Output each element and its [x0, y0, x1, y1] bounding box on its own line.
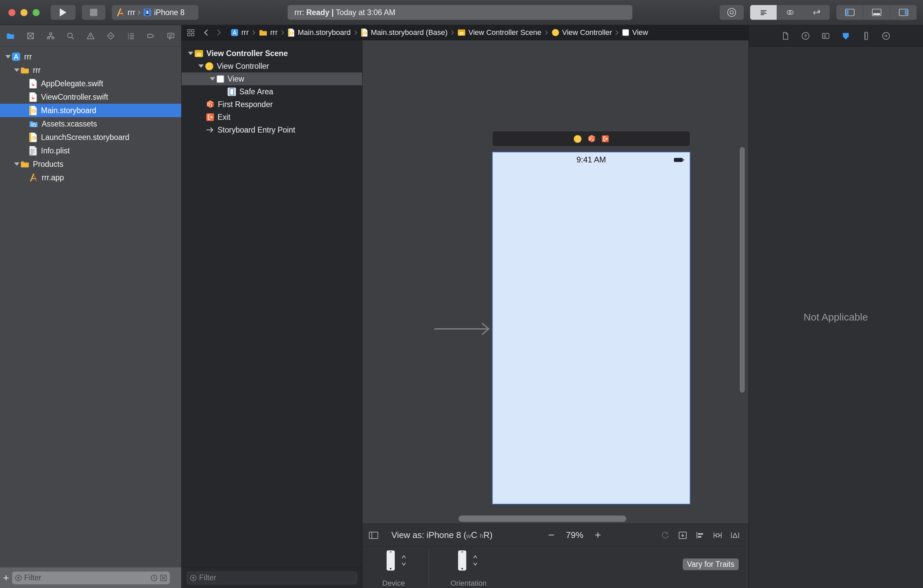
storyboard-entry-point-arrow[interactable]: [433, 320, 493, 337]
back-chevron-icon[interactable]: [204, 29, 209, 36]
file-row[interactable]: Assets.xcassets: [0, 117, 181, 131]
identity-inspector-tab-icon[interactable]: [821, 31, 830, 40]
assistant-editor-button[interactable]: [777, 5, 803, 20]
navigator-divider[interactable]: [181, 25, 182, 588]
view-controller-design-surface[interactable]: 9:41 AM: [492, 152, 690, 504]
outline-filter-field[interactable]: [187, 572, 357, 584]
related-items-grid-icon[interactable]: [187, 28, 195, 37]
quick-help-tab-icon[interactable]: ?: [801, 31, 810, 40]
project-navigator-tab-icon[interactable]: [6, 31, 15, 40]
outline-row-view-selected[interactable]: View: [181, 72, 363, 85]
file-row[interactable]: rrr.app: [0, 171, 181, 184]
vary-for-traits-button[interactable]: Vary for Traits: [683, 558, 739, 570]
filter-input[interactable]: [199, 573, 354, 582]
debug-navigator-tab-icon[interactable]: [126, 31, 135, 40]
breadcrumb-item[interactable]: Main.storyboard: [287, 28, 351, 37]
zoom-level[interactable]: 79%: [566, 530, 583, 540]
picker-divider: [429, 549, 429, 587]
document-outline: View Controller Scene View Controller Vi…: [181, 40, 363, 567]
disclosure-icon[interactable]: [14, 163, 20, 166]
orientation-picker[interactable]: [457, 550, 478, 571]
first-responder-cube-icon[interactable]: [587, 134, 596, 144]
forward-chevron-icon[interactable]: [217, 29, 221, 36]
zoom-out-button[interactable]: −: [548, 529, 555, 541]
test-navigator-tab-icon[interactable]: [107, 31, 115, 40]
folder-icon: [20, 160, 30, 169]
inspector-divider[interactable]: [749, 25, 749, 588]
report-navigator-tab-icon[interactable]: [166, 31, 175, 40]
stepper-chevrons-icon[interactable]: [473, 554, 478, 568]
exit-icon[interactable]: [601, 135, 609, 143]
size-inspector-tab-icon[interactable]: [862, 31, 870, 40]
standard-editor-round-button[interactable]: [719, 5, 744, 20]
zoom-in-button[interactable]: +: [595, 529, 601, 541]
file-row-folder[interactable]: rrr: [0, 63, 181, 77]
breadcrumb-item[interactable]: View Controller Scene: [457, 28, 541, 37]
file-row[interactable]: LaunchScreen.storyboard: [0, 131, 181, 144]
orientation-phone-icon: [457, 550, 467, 571]
canvas-horizontal-scrollbar[interactable]: [458, 516, 626, 522]
scheme-selector[interactable]: rrr iPhone 8: [112, 5, 199, 20]
add-constraints-pin-icon[interactable]: [713, 531, 722, 540]
toggle-debug-area-button[interactable]: [863, 5, 890, 20]
clear-icon[interactable]: [160, 574, 167, 581]
disclosure-icon[interactable]: [188, 52, 193, 55]
outline-row-view-controller[interactable]: View Controller: [181, 60, 363, 72]
file-inspector-tab-icon[interactable]: [781, 31, 790, 40]
clock-icon[interactable]: [150, 574, 158, 581]
breadcrumb-item[interactable]: rrr: [259, 28, 278, 37]
attributes-inspector-tab-icon[interactable]: [841, 31, 850, 40]
minimize-window-button[interactable]: [20, 9, 28, 16]
update-frames-icon[interactable]: [660, 531, 670, 540]
canvas-vertical-scrollbar[interactable]: [740, 147, 745, 393]
align-icon[interactable]: [695, 531, 705, 540]
connections-inspector-tab-icon[interactable]: [882, 31, 890, 40]
view-controller-icon[interactable]: [573, 135, 582, 143]
app-scheme-icon: [116, 8, 125, 17]
disclosure-icon[interactable]: [5, 55, 11, 58]
disclosure-icon[interactable]: [14, 69, 20, 72]
version-editor-button[interactable]: [803, 5, 830, 20]
symbol-navigator-tab-icon[interactable]: [46, 31, 55, 40]
storyboard-canvas[interactable]: 9:41 AM: [363, 40, 749, 513]
breadcrumb-item[interactable]: View: [622, 28, 648, 37]
navigator-filter-field[interactable]: [12, 572, 170, 584]
zoom-window-button[interactable]: [33, 9, 39, 16]
breadcrumb-item[interactable]: View Controller: [552, 28, 612, 37]
disclosure-icon[interactable]: [210, 77, 215, 80]
toggle-outline-button[interactable]: [368, 531, 379, 540]
close-window-button[interactable]: [8, 9, 15, 16]
add-button[interactable]: +: [0, 572, 12, 584]
filter-input[interactable]: [24, 573, 148, 582]
outline-row-exit[interactable]: Exit: [181, 111, 363, 123]
stepper-chevrons-icon[interactable]: [401, 554, 406, 568]
run-button[interactable]: [51, 5, 76, 20]
outline-row-safe-area[interactable]: Safe Area: [181, 85, 363, 98]
file-row-selected[interactable]: Main.storyboard: [0, 104, 181, 117]
file-row[interactable]: AppDelegate.swift: [0, 77, 181, 90]
device-picker[interactable]: [386, 550, 406, 571]
source-control-tab-icon[interactable]: [26, 31, 35, 40]
view-as-control[interactable]: View as: iPhone 8 (wC hR): [391, 530, 493, 540]
file-row-project[interactable]: rrr: [0, 50, 181, 63]
outline-row-entry-point[interactable]: Storyboard Entry Point: [181, 123, 363, 136]
file-row-products[interactable]: Products: [0, 158, 181, 171]
file-row[interactable]: ViewController.swift: [0, 90, 181, 104]
search-icon[interactable]: [66, 31, 75, 40]
toggle-inspector-button[interactable]: [890, 5, 916, 20]
outline-divider[interactable]: [362, 40, 363, 588]
disclosure-icon[interactable]: [199, 64, 204, 68]
breakpoint-navigator-tab-icon[interactable]: [146, 31, 155, 40]
outline-row-scene[interactable]: View Controller Scene: [181, 47, 363, 60]
resolve-autolayout-icon[interactable]: [730, 531, 740, 540]
stop-button[interactable]: [82, 5, 105, 20]
issue-navigator-tab-icon[interactable]: [86, 31, 95, 40]
stop-icon: [90, 9, 97, 16]
embed-in-stack-icon[interactable]: [678, 531, 687, 540]
breadcrumb-item[interactable]: rrr: [231, 28, 249, 37]
outline-row-first-responder[interactable]: First Responder: [181, 98, 363, 111]
breadcrumb-item[interactable]: Main.storyboard (Base): [361, 28, 448, 37]
file-row[interactable]: Info.plist: [0, 144, 181, 158]
toggle-navigator-button[interactable]: [836, 5, 863, 20]
standard-editor-button[interactable]: [750, 5, 777, 20]
